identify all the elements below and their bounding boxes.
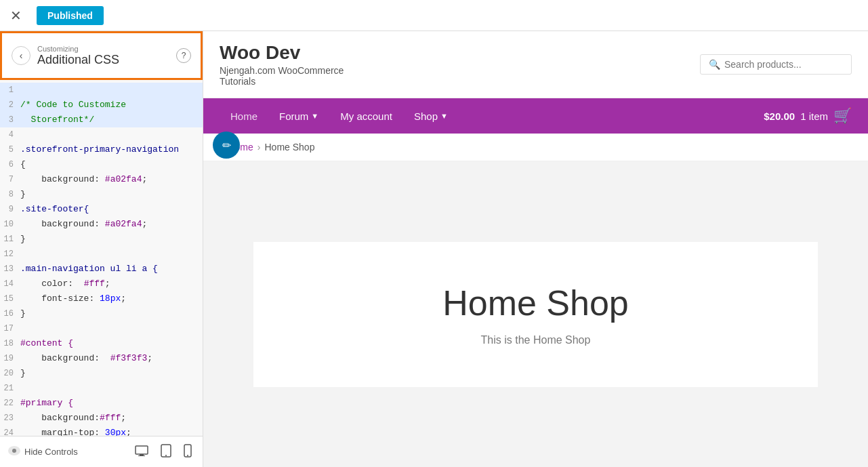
code-line: 8 }: [0, 187, 203, 202]
code-line: 1: [0, 83, 203, 98]
code-line: 18 #content {: [0, 336, 203, 351]
cart-icon: 🛒: [833, 107, 852, 125]
cart-price: $20.00: [764, 110, 795, 122]
main-content: Home Shop This is the Home Shop: [203, 161, 868, 467]
cart-items-label: 1 item: [800, 110, 828, 122]
code-line: 9 .site-footer{: [0, 202, 203, 217]
tablet-button[interactable]: [158, 441, 174, 463]
sidebar-header: ‹ Customizing Additional CSS ?: [0, 31, 203, 80]
desktop-button[interactable]: [132, 441, 151, 463]
nav-shop[interactable]: Shop ▼: [403, 98, 459, 134]
breadcrumb-separator: ›: [257, 142, 261, 153]
code-line: 19 background: #f3f3f3;: [0, 351, 203, 366]
breadcrumb: ⌂ Home › Home Shop: [203, 134, 868, 161]
nav-bar: Home Forum ▼ My account Shop ▼ $20.00 1 …: [203, 98, 868, 134]
code-line: 10 background: #a02fa4;: [0, 217, 203, 232]
svg-point-8: [187, 455, 188, 456]
site-header: Woo Dev Njengah.com WooCommerce Tutorial…: [203, 31, 868, 98]
code-line: 13 .main-navigation ul li a {: [0, 262, 203, 277]
code-line: 17: [0, 321, 203, 336]
code-line: 20 }: [0, 366, 203, 381]
code-line: 11 }: [0, 232, 203, 247]
cart-area[interactable]: $20.00 1 item 🛒: [764, 107, 852, 125]
code-line: 12: [0, 247, 203, 262]
close-button[interactable]: ✕: [0, 0, 31, 31]
code-line: 2 /* Code to Customize: [0, 98, 203, 113]
search-box[interactable]: 🔍: [700, 54, 852, 75]
eye-icon: [8, 446, 20, 458]
back-button[interactable]: ‹: [12, 46, 30, 65]
code-scroll[interactable]: 1 2 /* Code to Customize 3 Storefront*/ …: [0, 80, 203, 436]
nav-forum[interactable]: Forum ▼: [268, 98, 329, 134]
section-title: Additional CSS: [37, 53, 176, 67]
nav-links: Home Forum ▼ My account Shop ▼: [220, 98, 459, 134]
sidebar: ‹ Customizing Additional CSS ? 1 2 /* Co…: [0, 31, 203, 467]
site-title: Woo Dev: [220, 42, 344, 64]
code-line: 3 Storefront*/: [0, 113, 203, 127]
shop-description: This is the Home Shop: [281, 334, 791, 346]
code-line: 24 margin-top: 30px;: [0, 426, 203, 436]
search-input[interactable]: [724, 59, 843, 70]
shop-dropdown-icon: ▼: [440, 112, 448, 120]
code-line: 22 #primary {: [0, 396, 203, 411]
edit-icon: ✏: [222, 139, 231, 152]
svg-rect-4: [138, 455, 145, 456]
content-box: Home Shop This is the Home Shop: [253, 242, 819, 387]
close-icon: ✕: [10, 7, 22, 24]
header-text: Customizing Additional CSS: [37, 45, 176, 67]
edit-fab[interactable]: ✏: [213, 131, 240, 159]
hide-controls-button[interactable]: Hide Controls: [8, 446, 78, 458]
code-line: 21: [0, 381, 203, 396]
code-line: 6 {: [0, 157, 203, 172]
published-button[interactable]: Published: [37, 6, 104, 25]
svg-rect-2: [136, 446, 148, 454]
customizing-label: Customizing: [37, 45, 176, 53]
code-line: 14 color: #fff;: [0, 277, 203, 291]
breadcrumb-current: Home Shop: [265, 142, 315, 153]
svg-point-6: [165, 455, 167, 456]
code-line: 16 }: [0, 306, 203, 321]
nav-home[interactable]: Home: [220, 98, 268, 134]
forum-dropdown-icon: ▼: [311, 112, 318, 120]
code-line: 4: [0, 127, 203, 142]
code-line: 23 background:#fff;: [0, 411, 203, 426]
nav-myaccount[interactable]: My account: [329, 98, 403, 134]
code-line: 5 .storefront-primary-navigation: [0, 142, 203, 157]
code-line: 15 font-size: 18px;: [0, 291, 203, 306]
device-buttons: [132, 441, 194, 463]
preview-area: ✏ Woo Dev Njengah.com WooCommerce Tutori…: [203, 31, 868, 467]
site-branding: Woo Dev Njengah.com WooCommerce Tutorial…: [220, 42, 344, 87]
shop-title: Home Shop: [281, 283, 791, 323]
help-button[interactable]: ?: [176, 48, 191, 63]
search-icon: 🔍: [709, 59, 720, 70]
mobile-button[interactable]: [181, 441, 194, 463]
svg-rect-3: [140, 454, 144, 455]
top-bar: ✕ Published: [0, 0, 868, 31]
site-tagline: Njengah.com WooCommerce Tutorials: [220, 65, 344, 87]
code-line: 7 background: #a02fa4;: [0, 172, 203, 187]
svg-point-1: [12, 449, 16, 453]
bottom-bar: Hide Controls: [0, 436, 203, 467]
code-editor[interactable]: 1 2 /* Code to Customize 3 Storefront*/ …: [0, 80, 203, 436]
main-container: ‹ Customizing Additional CSS ? 1 2 /* Co…: [0, 31, 868, 467]
hide-controls-label: Hide Controls: [24, 447, 78, 457]
